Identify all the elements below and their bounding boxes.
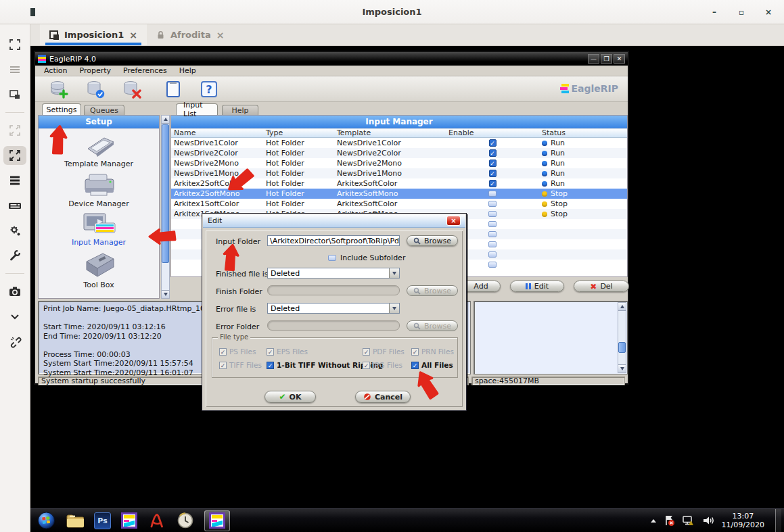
eaglerip-minimize-button[interactable]: —: [588, 54, 599, 64]
collapse-chevron-icon[interactable]: [3, 307, 26, 326]
column-enable[interactable]: Enable: [448, 128, 536, 137]
log-scrollbar[interactable]: [618, 302, 626, 373]
close-button[interactable]: ×: [762, 6, 775, 18]
maximize-button[interactable]: ▫: [735, 6, 747, 18]
scale-icon[interactable]: [3, 146, 26, 165]
file-type-option[interactable]: JPG Files: [363, 361, 411, 369]
scroll-up-button[interactable]: [162, 116, 169, 124]
setup-item-input-manager[interactable]: Input Manager: [72, 211, 126, 247]
file-type-option[interactable]: TIFF Files: [219, 361, 267, 369]
scroll-thumb[interactable]: [618, 342, 626, 353]
include-subfolder-checkbox[interactable]: [328, 255, 336, 261]
preferences-gears-icon[interactable]: [3, 221, 26, 240]
acrobat-icon[interactable]: [147, 512, 166, 530]
enable-checkbox[interactable]: [489, 139, 497, 147]
taskbar-clock[interactable]: 13:07 11/09/2020: [722, 512, 764, 529]
menu-item[interactable]: Preferences: [118, 66, 172, 76]
multi-monitor-icon[interactable]: [3, 85, 26, 104]
column-template[interactable]: Template: [337, 128, 448, 137]
column-type[interactable]: Type: [266, 128, 337, 137]
setup-item-device-manager[interactable]: Device Manager: [68, 171, 129, 208]
window-titlebar[interactable]: Imposicion1 – ▫ ×: [0, 0, 784, 24]
file-type-option[interactable]: EPS Files: [267, 347, 363, 356]
disconnect-icon[interactable]: [3, 332, 26, 351]
enable-checkbox[interactable]: [488, 262, 497, 268]
del-button[interactable]: ✖ Del: [574, 281, 629, 292]
edit-button[interactable]: Edit: [510, 281, 564, 292]
column-name[interactable]: Name: [171, 128, 266, 137]
minimize-button[interactable]: –: [708, 6, 720, 18]
enable-checkbox[interactable]: [489, 170, 497, 177]
enable-checkbox[interactable]: [488, 231, 497, 237]
enable-checkbox[interactable]: [488, 191, 497, 197]
file-type-option[interactable]: All Files: [411, 361, 464, 369]
volume-icon[interactable]: [702, 514, 715, 527]
finished-file-select[interactable]: Deleted: [267, 268, 400, 279]
explorer-folder-icon[interactable]: [66, 512, 84, 530]
file-type-option[interactable]: 1-Bit TIFF Without Ripping: [267, 361, 363, 369]
enable-checkbox[interactable]: [488, 241, 497, 247]
file-type-option[interactable]: PDF Files: [363, 347, 411, 356]
show-desktop-button[interactable]: [775, 509, 781, 532]
tab-queues[interactable]: Queues: [84, 105, 124, 115]
file-type-option[interactable]: PRN Files: [411, 347, 464, 356]
add-input-icon[interactable]: [49, 80, 69, 99]
cancel-button[interactable]: Cancel: [355, 391, 411, 403]
enable-checkbox[interactable]: [488, 211, 497, 217]
start-button[interactable]: [37, 512, 55, 530]
tab-help[interactable]: Help: [222, 105, 258, 115]
table-row[interactable]: NewsDrive1Color Hot Folder NewsDrive1Col…: [171, 138, 627, 148]
column-status[interactable]: Status: [536, 128, 624, 137]
file-type-option[interactable]: PS Files: [219, 347, 267, 356]
scale-quality-icon[interactable]: [3, 121, 26, 140]
enable-checkbox[interactable]: [488, 251, 497, 258]
enable-checkbox[interactable]: [489, 160, 497, 167]
network-warning-icon[interactable]: [682, 514, 695, 527]
table-row[interactable]: NewsDrive2Color Hot Folder NewsDrive2Col…: [171, 148, 627, 158]
menu-item[interactable]: Property: [74, 66, 116, 76]
help-icon[interactable]: ?: [199, 80, 219, 99]
tab-afrodita[interactable]: Afrodita ×: [147, 24, 234, 45]
menu-bold-icon[interactable]: [3, 171, 26, 190]
photoshop-icon[interactable]: Ps: [94, 512, 111, 529]
file-type-checkbox[interactable]: [363, 348, 370, 356]
eaglerip-titlebar[interactable]: EagleRIP 4.0 — ❒ ✕: [35, 52, 628, 66]
keyboard-icon[interactable]: [3, 196, 26, 215]
eaglerip-maximize-button[interactable]: ❒: [601, 54, 612, 64]
setup-scrollbar[interactable]: [161, 115, 170, 299]
scroll-down-button[interactable]: [618, 364, 626, 372]
close-tab-icon[interactable]: ×: [129, 30, 137, 41]
input-list-icon[interactable]: [164, 80, 184, 99]
tools-wrench-icon[interactable]: [3, 246, 26, 265]
fullscreen-icon[interactable]: [3, 35, 26, 54]
input-folder-field[interactable]: \ArkitexDirector\Softproof\ToRip\Pdf\Mon…: [267, 235, 400, 246]
enable-checkbox[interactable]: [489, 180, 497, 187]
close-tab-icon[interactable]: ×: [216, 30, 225, 41]
menu-icon[interactable]: [3, 60, 26, 79]
menu-item[interactable]: Action: [39, 66, 72, 76]
tab-imposicion1[interactable]: Imposicion1 ×: [40, 24, 147, 45]
edit-dialog-titlebar[interactable]: Edit ×: [203, 214, 465, 228]
input-folder-browse-button[interactable]: Browse: [407, 235, 458, 246]
scroll-up-button[interactable]: [618, 303, 626, 311]
file-type-checkbox[interactable]: [363, 362, 370, 369]
action-center-flag-icon[interactable]: [663, 514, 675, 527]
file-type-checkbox[interactable]: [267, 348, 274, 356]
file-type-checkbox[interactable]: [219, 362, 227, 369]
file-type-checkbox[interactable]: [411, 362, 419, 369]
setup-item-template-manager[interactable]: Template Manager: [64, 134, 133, 168]
setup-item-tool-box[interactable]: Tool Box: [80, 249, 118, 289]
dropdown-arrow-icon[interactable]: [389, 268, 399, 278]
file-type-checkbox[interactable]: [219, 348, 227, 356]
table-row[interactable]: NewsDrive2Mono Hot Folder NewsDrive2Mono…: [171, 158, 627, 168]
delete-input-icon[interactable]: [122, 80, 142, 99]
clock-app-icon[interactable]: [176, 512, 194, 530]
tab-input-list[interactable]: Input List: [176, 103, 218, 115]
eaglerip-taskbar-icon[interactable]: [121, 512, 137, 529]
add-button[interactable]: Add: [461, 281, 501, 292]
dialog-close-button[interactable]: ×: [446, 216, 461, 226]
enable-checkbox[interactable]: [488, 221, 497, 227]
enable-checkbox[interactable]: [488, 201, 497, 207]
ok-button[interactable]: ✔ OK: [264, 391, 316, 403]
file-type-checkbox[interactable]: [267, 362, 274, 369]
